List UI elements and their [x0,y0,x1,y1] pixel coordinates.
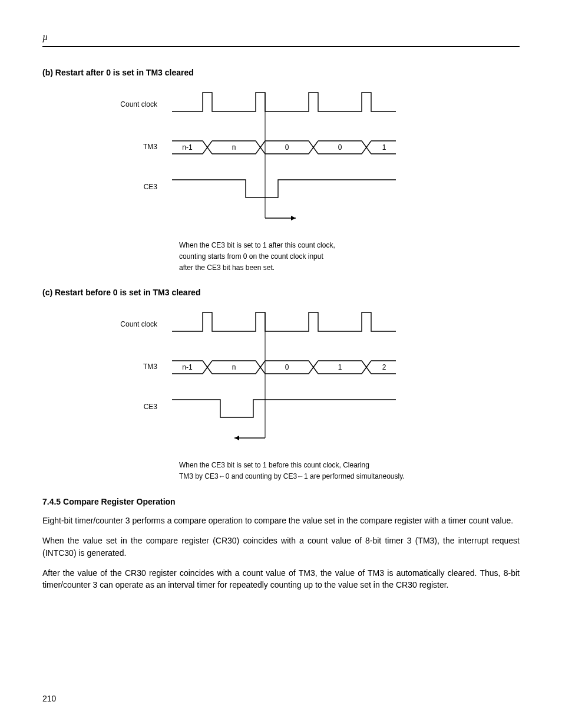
tm3-c-v4: 2 [382,363,386,371]
timing-diagram-b: Count clock TM3 CE3 n-1 n 0 0 1 [42,85,520,233]
tm3-c-v1: n [232,363,236,371]
label-ce3-b: CE3 [144,183,158,191]
label-tm3-c: TM3 [143,363,157,371]
caption-c-l1: When the CE3 bit is set to 1 before this… [179,461,369,469]
tm3-b-v1: n [232,143,236,151]
caption-b-l3: after the CE3 bit has been set. [179,263,275,272]
caption-c-l2: TM3 by CE3←0 and counting by CE3←1 are p… [179,472,405,480]
tm3-b-v0: n-1 [182,143,193,151]
label-tm3-b: TM3 [143,143,157,151]
tm3-b-v4: 1 [382,143,386,151]
section-b-heading: (b) Restart after 0 is set in TM3 cleare… [42,67,520,78]
caption-b: When the CE3 bit is set to 1 after this … [179,240,462,273]
tm3-b-v3: 0 [338,143,342,151]
tm3-b-v2: 0 [285,143,289,151]
caption-b-l1: When the CE3 bit is set to 1 after this … [179,241,335,249]
timing-diagram-c: Count clock TM3 CE3 n-1 n 0 1 2 [42,305,520,453]
page-header-symbol: µ [42,31,520,44]
caption-b-l2: counting starts from 0 on the count cloc… [179,252,323,261]
tm3-c-v3: 1 [338,363,342,371]
para-745-2: When the value set in the compare regist… [42,535,520,559]
para-745-3: After the value of the CR30 register coi… [42,567,520,591]
label-ce3-c: CE3 [144,403,158,411]
para-745-1: Eight-bit timer/counter 3 performs a com… [42,515,520,526]
section-c-heading: (c) Restart before 0 is set in TM3 clear… [42,287,520,298]
label-clock-b: Count clock [120,100,158,108]
label-clock-c: Count clock [120,320,158,328]
tm3-c-v2: 0 [285,363,289,371]
section-745-heading: 7.4.5 Compare Register Operation [42,496,520,508]
top-rule [42,46,520,47]
caption-c: When the CE3 bit is set to 1 before this… [179,460,462,482]
tm3-c-v0: n-1 [182,363,193,371]
